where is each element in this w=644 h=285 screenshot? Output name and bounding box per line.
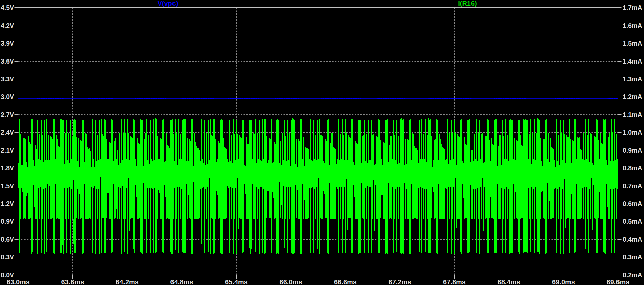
svg-text:2.1V: 2.1V — [1, 147, 14, 154]
svg-text:2.4V: 2.4V — [1, 129, 14, 136]
svg-text:1.5mA: 1.5mA — [623, 40, 642, 47]
svg-text:64.2ms: 64.2ms — [116, 278, 139, 285]
svg-text:0.7mA: 0.7mA — [623, 182, 642, 190]
svg-text:0.9mA: 0.9mA — [623, 147, 642, 154]
svg-text:1.2mA: 1.2mA — [623, 93, 642, 100]
svg-text:64.8ms: 64.8ms — [170, 278, 193, 285]
svg-text:3.9V: 3.9V — [1, 40, 14, 47]
svg-text:1.1mA: 1.1mA — [623, 111, 642, 118]
svg-text:3.3V: 3.3V — [1, 75, 14, 83]
svg-text:0.6mA: 0.6mA — [623, 200, 642, 207]
svg-text:0.4mA: 0.4mA — [623, 236, 642, 243]
svg-text:0.0V: 0.0V — [1, 271, 14, 279]
svg-text:66.0ms: 66.0ms — [280, 278, 302, 285]
svg-text:3.6V: 3.6V — [1, 57, 14, 65]
svg-text:63.0ms: 63.0ms — [7, 278, 30, 285]
svg-text:4.5V: 4.5V — [1, 4, 14, 11]
svg-text:66.6ms: 66.6ms — [334, 278, 357, 285]
svg-text:63.6ms: 63.6ms — [61, 278, 84, 285]
svg-text:1.8V: 1.8V — [1, 164, 14, 172]
svg-text:0.2mA: 0.2mA — [623, 271, 642, 279]
svg-text:1.6mA: 1.6mA — [623, 22, 642, 29]
svg-text:65.4ms: 65.4ms — [225, 278, 248, 285]
svg-text:69.0ms: 69.0ms — [552, 278, 575, 285]
svg-text:1.2V: 1.2V — [1, 200, 14, 207]
svg-text:4.2V: 4.2V — [1, 22, 14, 29]
svg-text:2.7V: 2.7V — [1, 111, 14, 118]
svg-text:0.8mA: 0.8mA — [623, 164, 642, 172]
svg-text:1.3mA: 1.3mA — [623, 75, 642, 83]
svg-text:1.5V: 1.5V — [1, 182, 14, 190]
svg-text:0.3V: 0.3V — [1, 253, 14, 261]
svg-text:1.4mA: 1.4mA — [623, 57, 642, 65]
svg-text:67.2ms: 67.2ms — [389, 278, 411, 285]
svg-text:0.5mA: 0.5mA — [623, 218, 642, 225]
svg-text:0.6V: 0.6V — [1, 236, 14, 243]
svg-text:V(vpc): V(vpc) — [157, 0, 178, 7]
svg-text:1.7mA: 1.7mA — [623, 4, 642, 11]
svg-text:I(R16): I(R16) — [458, 0, 477, 7]
svg-text:68.4ms: 68.4ms — [498, 278, 521, 285]
svg-text:1.0mA: 1.0mA — [623, 129, 642, 136]
svg-text:67.8ms: 67.8ms — [443, 278, 466, 285]
svg-text:69.6ms: 69.6ms — [607, 278, 630, 285]
svg-text:3.0V: 3.0V — [1, 93, 14, 100]
svg-text:0.9V: 0.9V — [1, 218, 14, 225]
svg-text:0.3mA: 0.3mA — [623, 253, 642, 261]
